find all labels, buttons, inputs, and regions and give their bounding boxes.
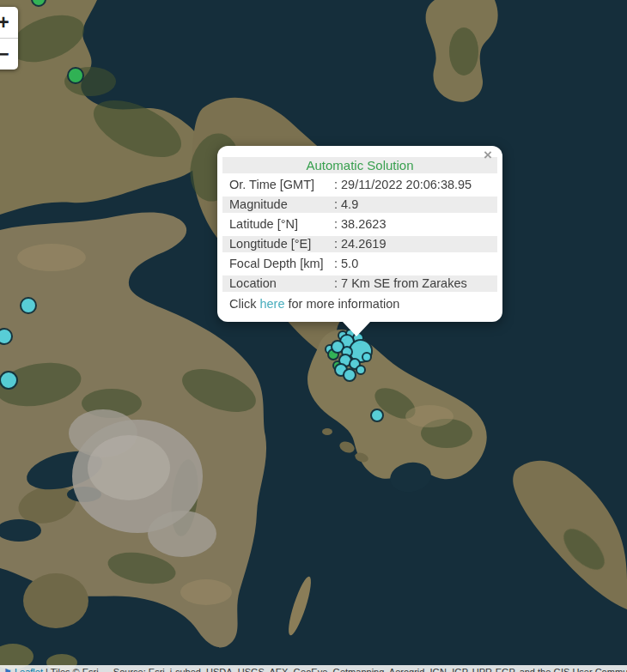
row-value: : 5.0	[334, 256, 497, 272]
earthquake-map-app: + − × Automatic Solution Or. Time [GMT] …	[0, 0, 627, 672]
zoom-in-button[interactable]: +	[0, 7, 18, 38]
earthquake-marker[interactable]	[362, 352, 372, 362]
popup-row-longitude: Longtitude [°E] : 24.2619	[222, 236, 497, 252]
leaflet-link[interactable]: Leaflet	[15, 667, 43, 672]
earthquake-marker[interactable]	[343, 368, 356, 382]
zoom-control: + −	[0, 7, 18, 70]
earthquake-marker[interactable]	[0, 371, 18, 390]
flag-icon: ⚑	[3, 667, 12, 672]
row-value: : 4.9	[334, 197, 497, 213]
popup-row-focal-depth: Focal Depth [km] : 5.0	[222, 256, 497, 272]
popup-footer: Click here for more information	[222, 296, 497, 312]
more-info-link[interactable]: here	[259, 297, 284, 311]
row-label: Focal Depth [km]	[229, 256, 334, 272]
attribution-bar: ⚑ Leaflet | Tiles © Esri — Source: Esri,…	[0, 665, 627, 672]
zoom-out-button[interactable]: −	[0, 38, 18, 70]
map-viewport[interactable]	[0, 0, 627, 672]
row-label: Magnitude	[229, 197, 334, 213]
popup-tail	[343, 322, 370, 336]
footer-prefix: Click	[229, 297, 259, 311]
satellite-map	[0, 0, 627, 672]
earthquake-marker[interactable]	[356, 365, 366, 375]
row-label: Latitude [°N]	[229, 216, 334, 233]
row-value: : 38.2623	[334, 216, 497, 233]
earthquake-popup: × Automatic Solution Or. Time [GMT] : 29…	[217, 146, 502, 322]
footer-suffix: for more information	[284, 297, 399, 311]
tiles-attribution-text: Tiles © Esri — Source: Esri, i-cubed, US…	[51, 667, 627, 672]
attribution-separator: |	[43, 667, 51, 672]
popup-row-origin-time: Or. Time [GMT] : 29/11/2022 20:06:38.95	[222, 177, 497, 193]
popup-close-icon[interactable]: ×	[481, 148, 495, 162]
earthquake-marker[interactable]	[67, 67, 84, 84]
popup-row-location: Location : 7 Km SE from Zarakes	[222, 275, 497, 292]
row-label: Location	[229, 275, 334, 292]
popup-row-latitude: Latitude [°N] : 38.2623	[222, 216, 497, 233]
popup-row-magnitude: Magnitude : 4.9	[222, 197, 497, 213]
row-value: : 29/11/2022 20:06:38.95	[334, 177, 497, 193]
earthquake-marker[interactable]	[370, 409, 384, 422]
earthquake-marker[interactable]	[20, 297, 37, 314]
row-value: : 24.2619	[334, 236, 497, 252]
popup-rows: Or. Time [GMT] : 29/11/2022 20:06:38.95 …	[222, 177, 497, 292]
row-value: : 7 Km SE from Zarakes	[334, 275, 497, 292]
row-label: Longtitude [°E]	[229, 236, 334, 252]
popup-title: Automatic Solution	[222, 157, 497, 173]
row-label: Or. Time [GMT]	[229, 177, 334, 193]
